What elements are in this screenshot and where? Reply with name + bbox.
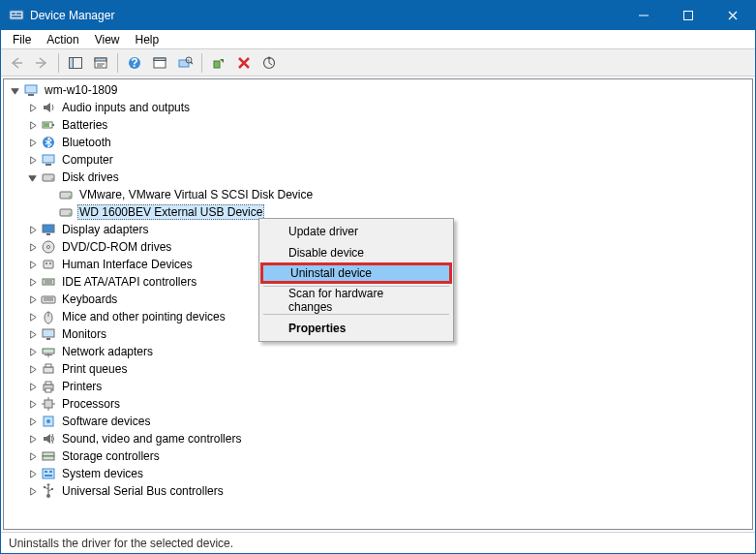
menu-bar: File Action View Help xyxy=(1,30,755,49)
tree-category[interactable]: Network adapters xyxy=(25,343,752,360)
tree-category[interactable]: Batteries xyxy=(25,116,752,134)
tree-category[interactable]: Software devices xyxy=(25,413,752,430)
toolbar-forward-button[interactable] xyxy=(30,51,53,75)
svg-rect-21 xyxy=(25,85,37,93)
tree-expander-icon[interactable] xyxy=(25,380,39,393)
menu-view[interactable]: View xyxy=(87,31,128,48)
tree-category-label: Human Interface Devices xyxy=(60,258,195,271)
tree-category-label: Disk drives xyxy=(60,170,121,184)
toolbar-scan-button[interactable] xyxy=(173,51,197,75)
tree-expander-icon[interactable] xyxy=(25,310,39,323)
tree-expander-icon[interactable] xyxy=(25,101,39,114)
tree-expander-icon[interactable] xyxy=(25,240,39,254)
tree-expander-icon[interactable] xyxy=(25,153,39,167)
menu-file[interactable]: File xyxy=(5,31,39,48)
tree-category-label: Bluetooth xyxy=(60,136,113,149)
tree-category[interactable]: Printers xyxy=(25,378,752,395)
context-menu-item[interactable]: Update driver xyxy=(261,221,451,242)
tree-category-label: Printers xyxy=(60,380,104,393)
context-menu-item[interactable]: Properties xyxy=(261,318,451,339)
svg-rect-68 xyxy=(43,456,54,460)
tree-root-label: wm-w10-1809 xyxy=(43,83,119,97)
toolbar-show-hide-tree-button[interactable] xyxy=(64,51,87,75)
toolbar-uninstall-button[interactable] xyxy=(232,51,256,75)
tree-category[interactable]: Processors xyxy=(25,395,752,413)
svg-rect-58 xyxy=(45,382,51,385)
toolbar-back-button[interactable] xyxy=(5,51,28,75)
toolbar-separator xyxy=(117,53,118,73)
context-menu-item[interactable]: Scan for hardware changes xyxy=(261,290,451,311)
tree-expander-icon[interactable] xyxy=(25,397,39,411)
svg-rect-72 xyxy=(45,475,52,477)
tree-expander-icon[interactable] xyxy=(25,415,39,428)
tree-category[interactable]: System devices xyxy=(25,465,752,482)
toolbar-properties-button[interactable] xyxy=(89,51,112,75)
toolbar-enable-button[interactable] xyxy=(207,51,230,75)
toolbar-action-button[interactable] xyxy=(148,51,171,75)
tree-category[interactable]: Audio inputs and outputs xyxy=(25,99,752,116)
context-menu-item[interactable]: Disable device xyxy=(261,242,451,263)
tree-root[interactable]: wm-w10-1809 xyxy=(8,81,752,99)
svg-rect-7 xyxy=(70,57,74,68)
status-bar: Uninstalls the driver for the selected d… xyxy=(1,532,755,553)
tree-category[interactable]: Print queues xyxy=(25,360,752,378)
title-bar[interactable]: Device Manager xyxy=(1,1,755,30)
tree-expander-icon[interactable] xyxy=(25,223,39,236)
toolbar-update-driver-button[interactable] xyxy=(257,51,281,75)
software-icon xyxy=(41,414,56,429)
svg-line-18 xyxy=(191,62,193,64)
menu-action[interactable]: Action xyxy=(39,31,86,48)
toolbar: ? xyxy=(1,49,755,77)
tree-category-label: Storage controllers xyxy=(60,449,162,463)
svg-rect-36 xyxy=(46,233,50,235)
computer-icon xyxy=(41,152,56,168)
storage-icon xyxy=(41,448,56,464)
status-text: Uninstalls the driver for the selected d… xyxy=(9,537,233,550)
tree-expander-icon[interactable] xyxy=(25,136,39,149)
tree-category[interactable]: Computer xyxy=(25,151,752,169)
tree-expander-icon[interactable] xyxy=(25,484,39,498)
toolbar-help-button[interactable]: ? xyxy=(123,51,146,75)
tree-expander-icon[interactable] xyxy=(25,327,39,341)
tree-expander-icon[interactable] xyxy=(25,170,39,184)
svg-rect-4 xyxy=(639,15,649,16)
context-menu-item[interactable]: Uninstall device xyxy=(260,262,452,284)
close-button[interactable] xyxy=(711,1,755,30)
tree-category[interactable]: Sound, video and game controllers xyxy=(25,430,752,447)
tree-category[interactable]: Storage controllers xyxy=(25,447,752,465)
tree-expander-icon[interactable] xyxy=(25,275,39,289)
tree-expander-icon[interactable] xyxy=(25,292,39,306)
tree-category[interactable]: Universal Serial Bus controllers xyxy=(25,482,752,500)
svg-rect-55 xyxy=(44,367,53,373)
tree-category[interactable]: Disk drives xyxy=(25,169,752,186)
maximize-button[interactable] xyxy=(666,1,711,30)
tree-expander-icon[interactable] xyxy=(25,449,39,463)
minimize-button[interactable] xyxy=(621,1,666,30)
tree-expander-icon[interactable] xyxy=(25,258,39,271)
dvd-icon xyxy=(41,239,56,255)
tree-category-label: Sound, video and game controllers xyxy=(60,432,243,446)
tree-expander-icon[interactable] xyxy=(25,362,39,376)
tree-category-label: Network adapters xyxy=(60,345,155,358)
svg-rect-70 xyxy=(45,471,47,473)
menu-help[interactable]: Help xyxy=(128,31,167,48)
svg-rect-0 xyxy=(10,11,23,19)
tree-expander-icon[interactable] xyxy=(25,467,39,480)
tree-device[interactable]: VMware, VMware Virtual S SCSI Disk Devic… xyxy=(43,186,752,203)
svg-point-40 xyxy=(45,262,47,264)
svg-rect-59 xyxy=(45,388,51,392)
tree-category-label: Monitors xyxy=(60,327,108,341)
tree-expander-icon[interactable] xyxy=(25,118,39,132)
tree-category-label: Processors xyxy=(60,397,122,411)
tree-expander-icon[interactable] xyxy=(8,83,21,97)
toolbar-separator xyxy=(58,53,59,73)
hid-icon xyxy=(41,257,56,272)
tree-category-label: DVD/CD-ROM drives xyxy=(60,240,173,254)
tree-category-label: System devices xyxy=(60,467,145,480)
svg-point-30 xyxy=(51,178,53,180)
tree-expander-icon[interactable] xyxy=(25,432,39,446)
tree-category-label: Batteries xyxy=(60,118,109,132)
tree-category[interactable]: Bluetooth xyxy=(25,134,752,151)
tree-expander-icon[interactable] xyxy=(25,345,39,358)
svg-rect-15 xyxy=(154,58,166,61)
